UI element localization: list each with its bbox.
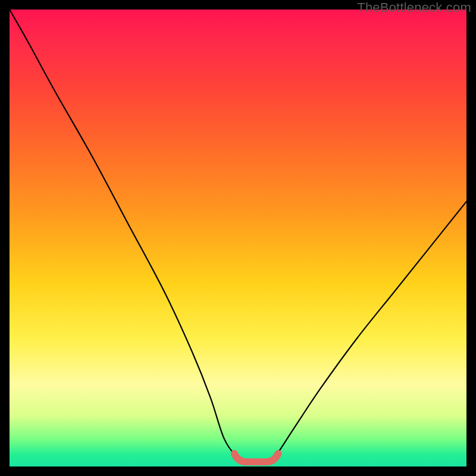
bottleneck-curve [10,10,466,462]
plot-area [10,10,466,466]
optimal-region-highlight [234,453,278,462]
chart-frame: TheBottleneck.com [0,0,476,476]
bottleneck-curve-svg [10,10,466,466]
watermark-text: TheBottleneck.com [357,0,471,15]
